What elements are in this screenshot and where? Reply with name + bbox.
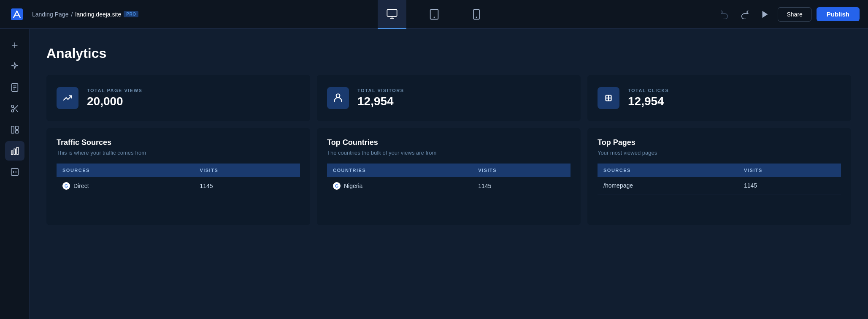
page-path: /homepage <box>603 182 633 189</box>
preview-button[interactable] <box>757 7 773 22</box>
stats-row: Total Page Views 20,000 Total Visitors 1… <box>46 75 851 121</box>
pageviews-info: Total Page Views 20,000 <box>87 88 142 108</box>
table-row: G Nigeria 1145 <box>327 177 571 195</box>
clicks-info: Total Clicks 12,954 <box>628 88 669 108</box>
svg-point-29 <box>336 94 340 98</box>
sidebar-item-magic[interactable] <box>5 57 24 76</box>
traffic-sources-col1: Sources <box>57 164 194 177</box>
share-button[interactable]: Share <box>778 7 811 22</box>
top-pages-card: Top Pages Your most viewed pages Sources… <box>587 128 851 225</box>
stat-card-pageviews: Total Page Views 20,000 <box>46 75 310 121</box>
table-row: /homepage 1145 <box>598 177 841 194</box>
traffic-source-cell: G Direct <box>57 177 194 195</box>
undo-button[interactable] <box>717 7 732 22</box>
topbar-actions: Share Publish <box>717 7 860 22</box>
top-countries-desc: The countries the bulk of your views are… <box>327 150 571 156</box>
svg-line-19 <box>13 107 15 109</box>
svg-rect-0 <box>11 8 23 20</box>
svg-rect-22 <box>15 131 18 133</box>
breadcrumb-separator: / <box>71 11 73 18</box>
topbar: Landing Page / landing.deeja.site PRO Sh… <box>0 0 868 29</box>
tablet-device-button[interactable] <box>420 0 449 29</box>
pro-badge: PRO <box>124 11 138 17</box>
page-title: Analytics <box>46 46 851 61</box>
desktop-device-button[interactable] <box>378 0 406 29</box>
svg-rect-24 <box>14 149 16 154</box>
top-countries-table: Countries Visits G Nigeria <box>327 164 571 195</box>
stat-card-clicks: Total Clicks 12,954 <box>587 75 851 121</box>
visitors-label: Total Visitors <box>357 88 404 93</box>
traffic-sources-title: Traffic Sources <box>57 138 300 147</box>
visitors-info: Total Visitors 12,954 <box>357 88 404 108</box>
top-pages-table: Sources Visits /homepage 1145 <box>598 164 841 194</box>
chart-up-icon <box>62 93 73 104</box>
svg-rect-25 <box>16 147 18 155</box>
device-switcher <box>378 0 491 29</box>
sidebar-item-pages[interactable] <box>5 78 24 97</box>
country-cell: G Nigeria <box>327 177 472 195</box>
sidebar-item-layout[interactable] <box>5 120 24 139</box>
pageviews-label: Total Page Views <box>87 88 142 93</box>
analytics-content: Analytics Total Page Views 20,000 <box>30 29 868 319</box>
stat-card-visitors: Total Visitors 12,954 <box>317 75 581 121</box>
person-icon <box>333 93 343 104</box>
svg-line-18 <box>16 109 18 112</box>
click-icon <box>603 93 614 104</box>
traffic-visits-cell: 1145 <box>194 177 300 195</box>
mobile-device-button[interactable] <box>462 0 491 29</box>
main-layout: Analytics Total Page Views 20,000 <box>0 29 868 319</box>
visitors-value: 12,954 <box>357 95 404 108</box>
sidebar-item-design[interactable] <box>5 99 24 118</box>
svg-rect-26 <box>11 169 18 176</box>
top-pages-col2: Visits <box>738 164 841 177</box>
top-pages-title: Top Pages <box>598 138 841 147</box>
app-logo[interactable] <box>8 6 25 23</box>
svg-point-15 <box>11 105 14 108</box>
sidebar <box>0 29 30 319</box>
pageviews-icon-box <box>57 87 78 109</box>
country-name: Nigeria <box>344 183 362 189</box>
clicks-value: 12,954 <box>628 95 669 108</box>
svg-rect-21 <box>15 126 18 129</box>
top-countries-col2: Visits <box>472 164 571 177</box>
traffic-sources-card: Traffic Sources This is where your traff… <box>46 128 310 225</box>
svg-rect-20 <box>11 126 14 134</box>
table-row: G Direct 1145 <box>57 177 300 195</box>
visitors-icon-box <box>327 87 349 109</box>
breadcrumb-parent: Landing Page <box>32 11 68 18</box>
traffic-sources-col2: Visits <box>194 164 300 177</box>
top-pages-col1: Sources <box>598 164 738 177</box>
svg-marker-8 <box>763 11 768 18</box>
country-visits-cell: 1145 <box>472 177 571 195</box>
traffic-source-name: Direct <box>73 183 89 189</box>
svg-rect-23 <box>11 151 13 154</box>
svg-rect-1 <box>387 9 397 16</box>
page-visits-cell: 1145 <box>738 177 841 194</box>
breadcrumb-current: landing.deeja.site <box>75 11 121 18</box>
traffic-sources-desc: This is where your traffic comes from <box>57 150 300 156</box>
top-countries-title: Top Countries <box>327 138 571 147</box>
svg-point-16 <box>11 110 14 112</box>
country-logo: G <box>333 182 341 190</box>
top-pages-desc: Your most viewed pages <box>598 150 841 156</box>
breadcrumb: Landing Page / landing.deeja.site PRO <box>32 11 717 18</box>
sidebar-item-add[interactable] <box>5 35 24 55</box>
top-countries-col1: Countries <box>327 164 472 177</box>
clicks-label: Total Clicks <box>628 88 669 93</box>
top-countries-card: Top Countries The countries the bulk of … <box>317 128 581 225</box>
tables-row: Traffic Sources This is where your traff… <box>46 128 851 225</box>
publish-button[interactable]: Publish <box>817 7 860 21</box>
pageviews-value: 20,000 <box>87 95 142 108</box>
page-cell: /homepage <box>598 177 738 194</box>
sidebar-item-settings[interactable] <box>5 162 24 182</box>
clicks-icon-box <box>598 87 619 109</box>
google-logo: G <box>62 182 70 190</box>
sidebar-item-analytics[interactable] <box>5 141 24 161</box>
redo-button[interactable] <box>737 7 752 22</box>
traffic-sources-table: Sources Visits G Direct <box>57 164 300 195</box>
